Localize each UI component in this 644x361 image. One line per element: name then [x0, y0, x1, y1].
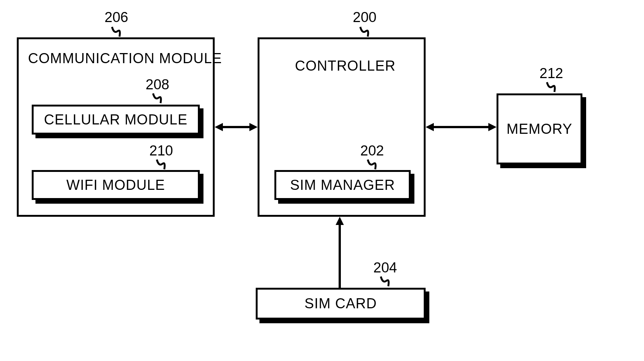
lead-206 [112, 27, 127, 38]
block-sim-manager-title: SIM MANAGER [276, 177, 409, 193]
svg-marker-7 [336, 217, 344, 225]
arrow-comm-controller [215, 121, 258, 133]
ref-204: 204 [373, 260, 397, 276]
svg-marker-5 [488, 123, 497, 131]
block-memory-title: MEMORY [498, 121, 581, 137]
ref-208: 208 [146, 77, 169, 93]
lead-210 [157, 160, 172, 171]
svg-marker-1 [215, 123, 223, 131]
svg-marker-4 [426, 123, 434, 131]
arrow-simcard-controller [334, 217, 345, 288]
block-communication-module-title: COMMUNICATION MODULE [28, 50, 222, 67]
ref-200: 200 [353, 9, 376, 25]
block-cellular-module: CELLULAR MODULE [32, 105, 200, 135]
ref-202: 202 [360, 143, 384, 159]
block-cellular-module-title: CELLULAR MODULE [34, 112, 198, 128]
block-wifi-module-title: WIFI MODULE [34, 177, 198, 193]
block-wifi-module: WIFI MODULE [32, 170, 200, 200]
ref-212: 212 [539, 65, 563, 81]
block-controller-title: CONTROLLER [295, 58, 396, 74]
lead-212 [547, 82, 562, 93]
lead-200 [360, 27, 375, 38]
ref-206: 206 [105, 9, 128, 25]
diagram-canvas: COMMUNICATION MODULE CELLULAR MODULE WIF… [0, 0, 644, 361]
block-sim-manager: SIM MANAGER [274, 170, 411, 200]
block-sim-card-title: SIM CARD [258, 296, 424, 312]
lead-204 [381, 277, 396, 288]
lead-208 [153, 93, 168, 105]
block-sim-card: SIM CARD [256, 288, 426, 320]
block-memory: MEMORY [497, 93, 582, 164]
ref-210: 210 [149, 143, 173, 159]
lead-202 [368, 160, 383, 171]
svg-marker-2 [249, 123, 258, 131]
arrow-controller-memory [426, 121, 497, 133]
